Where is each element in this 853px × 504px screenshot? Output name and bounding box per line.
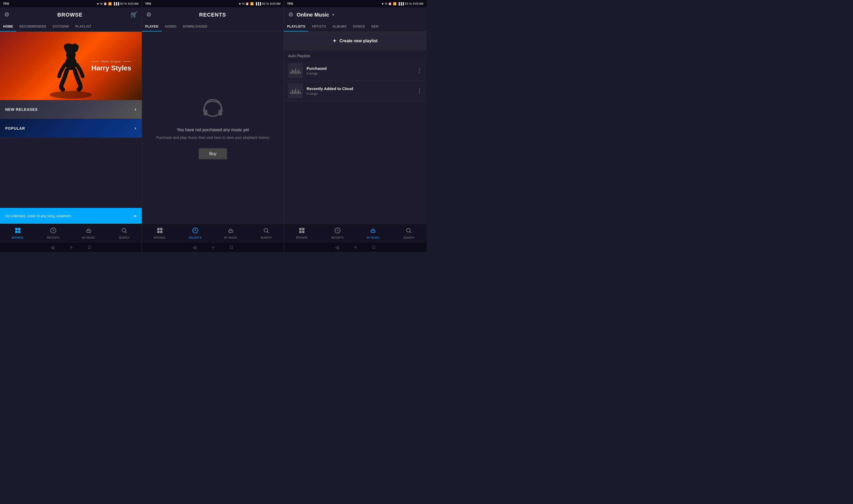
status-icons-2: ★ N ⏰ 📶 ▐▐▐ 93% 8:03 AM [239,2,280,5]
tab-stations[interactable]: STATIONS [49,22,72,32]
create-playlist-button[interactable]: + Create new playlist [284,32,426,50]
banner-icon: ➡ [133,214,137,218]
svg-rect-24 [299,231,302,233]
cart-icon[interactable]: 🛒 [130,11,138,18]
content-spacer [284,101,426,224]
hero-text-container: New single Harry Styles [91,60,131,72]
mymusic-icon-1 [86,227,92,235]
svg-line-21 [267,232,269,233]
settings-icon-2[interactable]: ⚙ [146,11,151,18]
tab-artists[interactable]: ARTISTS [308,22,329,32]
carrier-2: TPO [145,2,151,5]
browse-label-1: BROWSE [12,236,23,239]
nav-mymusic-1[interactable]: MY MUSIC [71,224,106,242]
recents-icon-2 [192,227,198,235]
search-icon-1 [121,227,127,235]
svg-point-27 [372,229,374,231]
home-btn-1[interactable]: ○ [70,245,72,250]
svg-point-8 [88,229,90,231]
nav-recents-1[interactable]: RECENTS [35,224,71,242]
sys-nav-3: ◁ ○ □ [284,242,426,252]
back-btn-1[interactable]: ◁ [51,245,54,250]
nav-search-1[interactable]: SEARCH [106,224,142,242]
tab-recommended[interactable]: RECOMMENDED [16,22,49,32]
wifi-icon: 📶 [108,2,112,5]
svg-point-28 [406,228,410,232]
search-label-1: SEARCH [119,236,130,239]
recents-btn-3[interactable]: □ [373,245,375,250]
battery-1: 93 [120,2,123,5]
browse-title: BROWSE [10,12,130,18]
bluetooth-icon: ★ [96,2,99,5]
hero-silhouette [47,42,94,100]
battery-3: 93 [405,2,408,5]
hero-banner[interactable]: New single Harry Styles [0,32,142,100]
home-btn-2[interactable]: ○ [212,245,214,250]
settings-icon-3[interactable]: ⚙ [288,11,293,18]
svg-rect-14 [157,228,160,230]
settings-icon-1[interactable]: ⚙ [4,11,10,18]
alarm-icon-3: ⏰ [388,2,392,5]
unlimited-banner[interactable]: Go Unlimited. Listen to any song, anywhe… [0,208,142,224]
mymusic-panel: TPO ★ N ⏰ 📶 ▐▐▐ 93% 8:03 AM ⚙ Online Mus… [284,0,426,252]
battery-2: 93 [262,2,265,5]
status-bar-2: TPO ★ N ⏰ 📶 ▐▐▐ 93% 8:03 AM [142,0,284,7]
back-btn-3[interactable]: ◁ [335,245,339,250]
playlist-item-recently-added[interactable]: Recently Added to Cloud 0 songs ⋮ [284,81,426,101]
hero-artist: Harry Styles [91,64,131,72]
svg-rect-17 [160,231,162,233]
tab-played[interactable]: PLAYED [142,22,162,32]
alarm-icon: ⏰ [104,2,107,5]
tab-playlist[interactable]: PLAYLIST [72,22,94,32]
mymusic-label-3: MY MUSIC [366,236,380,239]
status-icons-3: ★ N ⏰ 📶 ▐▐▐ 93% 8:03 AM [381,2,423,5]
status-bar-3: TPO ★ N ⏰ 📶 ▐▐▐ 93% 8:03 AM [284,0,426,7]
nav-browse-3[interactable]: BROWSE [284,224,320,242]
nav-recents-2[interactable]: RECENTS [177,224,213,242]
n-icon-2: N [242,2,244,5]
recents-label-2: RECENTS [189,236,202,239]
nav-recents-3[interactable]: RECENTS [320,224,356,242]
recents-btn-2[interactable]: □ [230,245,233,250]
plus-icon: + [333,38,337,44]
nav-search-3[interactable]: SEARCH [391,224,426,242]
mymusic-icon-2 [228,227,234,235]
tab-playlists[interactable]: PLAYLISTS [284,22,308,32]
alarm-icon-2: ⏰ [246,2,249,5]
nav-mymusic-3[interactable]: MY MUSIC [356,224,391,242]
recents-btn-1[interactable]: □ [88,245,91,250]
recents-icon-1 [50,227,56,235]
buy-button[interactable]: Buy [199,148,227,159]
tab-home[interactable]: HOME [0,22,16,32]
signal-icon-3: ▐▐▐ [398,2,404,5]
bluetooth-icon-2: ★ [239,2,241,5]
dropdown-arrow-icon[interactable]: ▾ [332,13,334,17]
svg-rect-3 [15,228,18,230]
sys-nav-2: ◁ ○ □ [142,242,284,252]
recents-empty-sub: Purchase and play music then visit here … [157,135,269,141]
banner-text: Go Unlimited. Listen to any song, anywhe… [5,214,72,218]
svg-rect-25 [302,231,305,233]
nav-browse-2[interactable]: BROWSE [142,224,177,242]
more-options-recently-added[interactable]: ⋮ [417,87,422,94]
wifi-icon-3: 📶 [393,2,397,5]
tab-added[interactable]: ADDED [162,22,180,32]
home-btn-3[interactable]: ○ [354,245,357,250]
tab-genres[interactable]: GEN [368,22,382,32]
search-icon-3 [405,227,412,235]
music-bars-purchased [290,68,301,74]
bottom-nav-2: BROWSE RECENTS MY MUSIC SEARCH [142,224,284,242]
playlist-item-purchased[interactable]: Purchased 0 songs ⋮ [284,61,426,81]
nav-mymusic-2[interactable]: MY MUSIC [213,224,248,242]
tab-songs[interactable]: SONGS [350,22,368,32]
more-options-purchased[interactable]: ⋮ [417,67,422,74]
tab-albums[interactable]: ALBUMS [329,22,350,32]
popular-btn[interactable]: POPULAR › [0,119,142,138]
bottom-nav-3: BROWSE RECENTS MY MUSIC SEARCH [284,224,426,242]
bluetooth-icon-3: ★ [381,2,384,5]
nav-search-2[interactable]: SEARCH [248,224,284,242]
tab-downloaded[interactable]: DOWNLOADED [180,22,211,32]
back-btn-2[interactable]: ◁ [193,245,196,250]
new-releases-btn[interactable]: NEW RELEASES › [0,100,142,119]
nav-browse-1[interactable]: BROWSE [0,224,35,242]
